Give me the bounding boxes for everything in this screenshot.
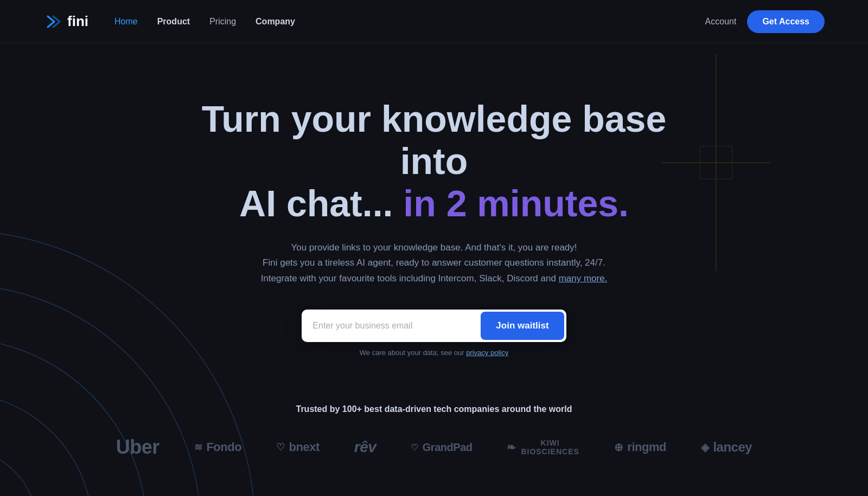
- grandpad-icon: ♡: [411, 442, 418, 453]
- hero-subtitle: You provide links to your knowledge base…: [261, 240, 608, 287]
- grandpad-text: GrandPad: [423, 441, 473, 454]
- nav-link-home[interactable]: Home: [114, 17, 138, 26]
- logo[interactable]: fini: [43, 12, 88, 31]
- fini-logo-icon: [43, 12, 63, 31]
- ringmd-icon: ⊕: [614, 441, 623, 454]
- logo-kiwi: ❧ KIWIBIOSCIENCES: [507, 439, 579, 456]
- ringmd-text: ringmd: [627, 440, 666, 454]
- lancey-icon: ◈: [701, 441, 709, 454]
- nav-item-home[interactable]: Home: [114, 17, 138, 27]
- hero-title: Turn your knowledge base into AI chat...…: [190, 98, 678, 225]
- bnext-text: bnext: [289, 440, 320, 454]
- nav-item-product[interactable]: Product: [157, 17, 190, 27]
- nav-link-pricing[interactable]: Pricing: [209, 17, 236, 26]
- logo-bnext: ♡ bnext: [276, 440, 320, 454]
- fondo-text: Fondo: [206, 440, 241, 454]
- get-access-button[interactable]: Get Access: [747, 10, 825, 33]
- privacy-policy-link[interactable]: privacy policy: [466, 349, 508, 357]
- hero-subtitle-line2: Fini gets you a tireless AI agent, ready…: [263, 257, 605, 268]
- bnext-icon: ♡: [276, 441, 285, 453]
- nav-right: Account Get Access: [705, 10, 825, 33]
- privacy-note: We care about your data; see our privacy…: [360, 349, 508, 357]
- privacy-note-pre: We care about your data; see our: [360, 349, 466, 357]
- kiwi-text: KIWIBIOSCIENCES: [521, 439, 579, 456]
- rev-text: rêv: [354, 439, 376, 456]
- hero-subtitle-line3-pre: Integrate with your favourite tools incl…: [261, 273, 559, 284]
- cta-row: Join waitlist: [302, 310, 566, 342]
- logo-rev: rêv: [354, 439, 376, 456]
- nav-item-company[interactable]: Company: [256, 17, 295, 27]
- trusted-title: Trusted by 100+ best data-driven tech co…: [0, 404, 868, 414]
- account-link[interactable]: Account: [705, 17, 737, 27]
- nav-item-pricing[interactable]: Pricing: [209, 17, 236, 27]
- trusted-section: Trusted by 100+ best data-driven tech co…: [0, 404, 868, 459]
- hero-subtitle-link[interactable]: many more.: [559, 273, 608, 284]
- lancey-text: lancey: [713, 440, 752, 455]
- kiwi-icon: ❧: [507, 441, 516, 454]
- uber-text: Uber: [116, 436, 159, 459]
- logo-ringmd: ⊕ ringmd: [614, 440, 666, 454]
- hero-section: Turn your knowledge base into AI chat...…: [0, 43, 868, 378]
- hero-subtitle-line1: You provide links to your knowledge base…: [291, 242, 577, 253]
- logo-lancey: ◈ lancey: [701, 440, 752, 455]
- fondo-icon: ≋: [194, 441, 202, 453]
- hero-title-highlight: in 2 minutes.: [393, 183, 629, 224]
- nav-link-product[interactable]: Product: [157, 17, 190, 26]
- email-input[interactable]: [302, 312, 481, 339]
- logo-grandpad: ♡ GrandPad: [411, 441, 472, 454]
- navbar: fini Home Product Pricing Company Accoun…: [0, 0, 868, 43]
- nav-left: fini Home Product Pricing Company: [43, 12, 295, 31]
- logo-uber: Uber: [116, 436, 159, 459]
- hero-title-line1: Turn your knowledge base into: [202, 98, 666, 182]
- join-waitlist-button[interactable]: Join waitlist: [481, 312, 564, 340]
- nav-links: Home Product Pricing Company: [114, 17, 295, 27]
- logo-fondo: ≋ Fondo: [194, 440, 241, 454]
- hero-title-line2: AI chat...: [239, 183, 393, 224]
- logo-text: fini: [67, 13, 88, 30]
- nav-link-company[interactable]: Company: [256, 17, 295, 26]
- logos-row: Uber ≋ Fondo ♡ bnext rêv ♡ GrandPad ❧ KI…: [0, 436, 868, 459]
